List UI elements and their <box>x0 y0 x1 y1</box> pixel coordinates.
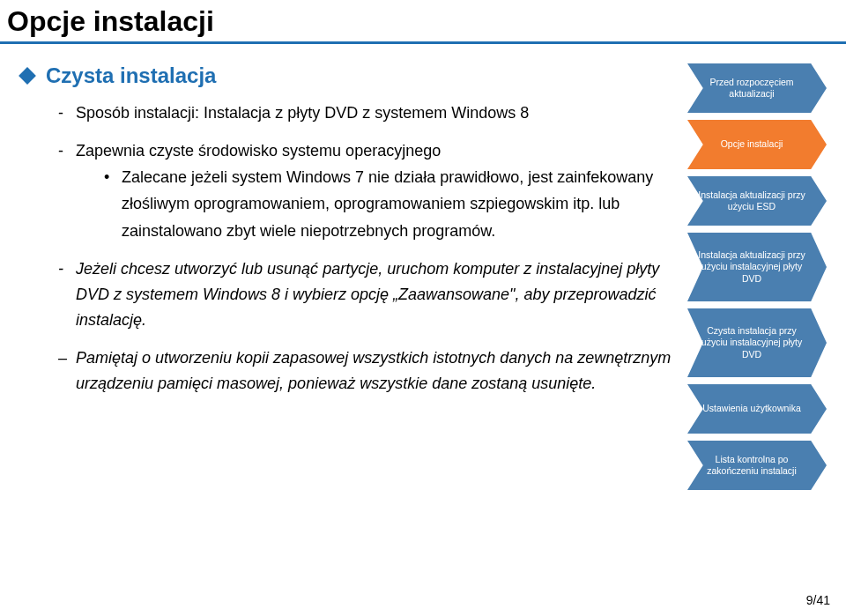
step-label: Przed rozpoczęciem aktualizacji <box>693 63 811 113</box>
step-arrow: Przed rozpoczęciem aktualizacji <box>687 63 827 113</box>
step-label: Instalacja aktualizacji przy użyciu ESD <box>693 176 811 226</box>
section-heading-text: Czysta instalacja <box>46 63 216 88</box>
slide-page: Opcje instalacji Czysta instalacja Sposó… <box>0 0 846 616</box>
list-item-text: Jeżeli chcesz utworzyć lub usunąć partyc… <box>76 260 659 329</box>
bullet-list: Pamiętaj o utworzeniu kopii zapasowej ws… <box>19 345 679 397</box>
page-title: Opcje instalacji <box>0 5 846 41</box>
list-item: Zalecane jeżeli system Windows 7 nie dzi… <box>104 164 679 245</box>
step-arrow-active: Opcje instalacji <box>687 120 827 169</box>
step-label: Czysta instalacja przy użyciu instalacyj… <box>693 308 811 377</box>
step-label: Opcje instalacji <box>693 120 811 169</box>
sidebar-steps: Przed rozpoczęciem aktualizacji Opcje in… <box>687 44 835 497</box>
content-row: Czysta instalacja Sposób instalacji: Ins… <box>0 44 846 497</box>
list-item-text: Zalecane jeżeli system Windows 7 nie dzi… <box>122 168 653 240</box>
step-arrow: Instalacja aktualizacji przy użyciu inst… <box>687 233 827 301</box>
list-item-text: Pamiętaj o utworzeniu kopii zapasowej ws… <box>76 349 671 392</box>
step-label: Lista kontrolna po zakończeniu instalacj… <box>693 441 811 490</box>
title-underline <box>0 41 846 44</box>
list-item-text: Zapewnia czyste środowisko systemu opera… <box>76 142 441 160</box>
step-arrow: Instalacja aktualizacji przy użyciu ESD <box>687 176 827 226</box>
bullet-list: Sposób instalacji: Instalacja z płyty DV… <box>19 100 679 333</box>
list-item-emphasis: Pamiętaj o utworzeniu kopii zapasowej ws… <box>58 345 679 397</box>
step-label: Ustawienia użytkownika <box>693 384 811 434</box>
step-arrow: Czysta instalacja przy użyciu instalacyj… <box>687 308 827 377</box>
diamond-bullet-icon <box>19 67 36 85</box>
page-number: 9/41 <box>806 593 830 607</box>
title-block: Opcje instalacji <box>0 5 846 44</box>
list-item: Sposób instalacji: Instalacja z płyty DV… <box>58 100 679 126</box>
step-arrow: Lista kontrolna po zakończeniu instalacj… <box>687 441 827 490</box>
sub-bullet-list: Zalecane jeżeli system Windows 7 nie dzi… <box>76 164 679 245</box>
step-label: Instalacja aktualizacji przy użyciu inst… <box>693 233 811 301</box>
main-column: Czysta instalacja Sposób instalacji: Ins… <box>0 44 687 497</box>
step-arrow: Ustawienia użytkownika <box>687 384 827 434</box>
list-item-text: Sposób instalacji: Instalacja z płyty DV… <box>76 104 529 122</box>
list-item: Zapewnia czyste środowisko systemu opera… <box>58 138 679 245</box>
list-item-emphasis: Jeżeli chcesz utworzyć lub usunąć partyc… <box>58 256 679 332</box>
section-heading: Czysta instalacja <box>19 63 679 88</box>
